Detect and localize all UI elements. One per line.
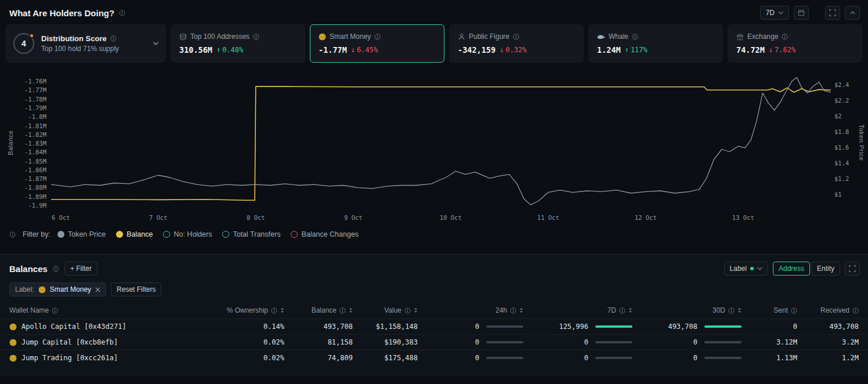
axis-tick-label: -1.78M <box>24 96 46 103</box>
timeframe-dropdown[interactable]: 7D <box>760 6 789 20</box>
ownership-value: 0.14% <box>214 319 289 335</box>
card-public-figure[interactable]: Public Figure -342,159 ↓0.32% <box>449 24 584 63</box>
card-delta: ↓7.62% <box>769 46 795 54</box>
d30-value: 0 <box>693 338 697 346</box>
balances-title: Balances <box>9 264 48 274</box>
table-row[interactable]: Jump Trading [0xcc261a]0.02%74,809$175,4… <box>0 350 868 366</box>
axis-tick-label: -1.85M <box>24 158 46 165</box>
card-value: -342,159 <box>458 45 496 55</box>
holders-header: What Are Holders Doing? 7D <box>0 0 868 24</box>
holders-chart: -1.76M-1.77M-1.78M-1.79M-1.8M-1.81M-1.82… <box>0 67 868 225</box>
wallet-name[interactable]: Jump Capital [0xcb8efb] <box>21 338 118 346</box>
value-value: $1,158,148 <box>357 319 422 335</box>
axis-tick-label: $1 <box>834 191 842 198</box>
card-exchange[interactable]: Exchange 74.72M ↓7.62% <box>728 24 862 63</box>
filter-option-label: Balance Changes <box>301 230 359 238</box>
filter-button[interactable]: + Filter <box>64 262 97 276</box>
axis-tick-label: 12 Oct <box>635 214 657 221</box>
col-header-d7[interactable]: 7D <box>528 302 637 319</box>
sort-icon[interactable] <box>737 307 742 313</box>
sort-icon[interactable] <box>280 307 284 313</box>
sort-icon[interactable] <box>628 307 632 313</box>
axis-tick-label: 8 Oct <box>247 214 265 221</box>
card-whale[interactable]: Whale 1.24M ↑117% <box>588 24 723 63</box>
col-header-value[interactable]: Value <box>357 302 422 319</box>
axis-tick-label: -1.88M <box>24 184 46 191</box>
card-top-100-addresses[interactable]: Top 100 Addresses 310.56M ↑0.48% <box>171 24 305 63</box>
close-icon[interactable] <box>95 287 100 292</box>
axis-tick-label: $1.8 <box>834 128 849 135</box>
axis-tick-label: 6 Oct <box>52 214 70 221</box>
axis-tick-label: -1.81M <box>24 122 46 129</box>
smart-money-coin-icon <box>38 286 46 294</box>
axis-tick-label: -1.77M <box>24 86 46 93</box>
fullscreen-button[interactable] <box>845 262 860 276</box>
expand-icon <box>829 9 836 16</box>
d30-bar <box>704 357 742 359</box>
h24-bar <box>486 325 523 328</box>
axis-tick-label: $2.4 <box>834 81 849 88</box>
info-icon[interactable] <box>110 35 117 42</box>
d7-value: 125,996 <box>559 323 588 331</box>
filter-option-label: Total Transfers <box>233 230 280 238</box>
chevron-down-icon[interactable] <box>153 42 158 45</box>
d7-bar <box>595 325 632 328</box>
reset-filters-button[interactable]: Reset Filters <box>111 282 161 296</box>
filter-option-label: Token Price <box>68 230 106 238</box>
radio-icon <box>163 231 170 238</box>
filter-option-balance[interactable]: Balance <box>116 230 153 238</box>
value-value: $190,383 <box>357 335 422 350</box>
table-row[interactable]: Apollo Capital [0x43d271]0.14%493,708$1,… <box>0 319 868 335</box>
sent-value: 1.13M <box>746 350 802 366</box>
card-label: Public Figure <box>469 32 509 41</box>
col-header-h24[interactable]: 24h <box>422 302 528 319</box>
d30-value: 0 <box>693 354 697 362</box>
axis-tick-label: -1.9M <box>28 202 46 209</box>
axis-tick-label: $2 <box>834 113 842 119</box>
balance-value: 81,158 <box>289 335 357 350</box>
col-header-ownership[interactable]: % Ownership <box>214 302 289 319</box>
collapse-button[interactable] <box>845 6 860 20</box>
h24-value: 0 <box>475 354 479 362</box>
smart-money-coin-icon <box>319 33 326 41</box>
axis-tick-label: -1.87M <box>24 175 46 182</box>
received-value: 3.2M <box>802 335 868 350</box>
info-icon <box>513 34 519 40</box>
filter-option-no-holders[interactable]: No: Holders <box>163 230 212 238</box>
info-icon <box>374 34 381 40</box>
series-token-price <box>51 77 831 205</box>
entity-toggle[interactable]: Entity <box>811 262 840 276</box>
sort-icon[interactable] <box>414 307 418 313</box>
table-row[interactable]: Jump Capital [0xcb8efb]0.02%81,158$190,3… <box>0 335 868 350</box>
label-dropdown[interactable]: Label <box>724 262 768 276</box>
axis-tick-label: -1.8M <box>28 113 46 120</box>
h24-value: 0 <box>475 323 479 331</box>
address-toggle[interactable]: Address <box>773 262 810 276</box>
info-icon[interactable] <box>53 266 59 272</box>
filter-option-token-price[interactable]: Token Price <box>57 230 106 238</box>
axis-tick-label: -1.84M <box>24 148 46 155</box>
axis-tick-label: -1.83M <box>24 140 46 147</box>
label-filter-chip: Label: Smart Money <box>9 282 106 296</box>
timeframe-value: 7D <box>766 9 775 17</box>
card-smart-money[interactable]: Smart Money -1.77M ↓6.45% <box>310 24 444 63</box>
sort-icon[interactable] <box>519 307 523 313</box>
filter-option-balance-changes[interactable]: Balance Changes <box>291 230 359 238</box>
wallet-name[interactable]: Jump Trading [0xcc261a] <box>21 354 118 362</box>
bank-icon <box>736 33 744 41</box>
info-icon[interactable] <box>119 10 125 16</box>
info-icon[interactable] <box>9 231 16 238</box>
fullscreen-button[interactable] <box>825 6 840 20</box>
distribution-score-card[interactable]: 4 Distribution Score Top 100 hold 71% su… <box>6 24 166 63</box>
col-header-d30[interactable]: 30D <box>637 302 746 319</box>
card-value: -1.77M <box>319 45 347 55</box>
col-header-received: Received <box>802 302 868 319</box>
axis-tick-label: $1.6 <box>834 144 849 151</box>
sort-icon[interactable] <box>349 307 353 313</box>
axis-tick-label: $1.2 <box>834 175 849 182</box>
wallet-name[interactable]: Apollo Capital [0x43d271] <box>21 323 126 331</box>
col-header-balance[interactable]: Balance <box>289 302 357 319</box>
calendar-button[interactable] <box>794 6 809 20</box>
filter-option-total-transfers[interactable]: Total Transfers <box>222 230 280 238</box>
notification-dot <box>29 33 34 38</box>
